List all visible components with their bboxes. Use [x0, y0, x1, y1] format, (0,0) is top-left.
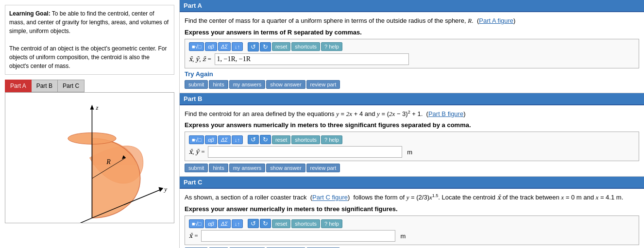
part-b-input-area: ■√□ αβ ΔΣ ↓↑ ↺ ↻ reset shortcuts ? help … — [185, 132, 639, 161]
part-a-arrow-btn[interactable]: ↓↑ — [232, 42, 243, 51]
part-c-delta-btn[interactable]: ΔΣ — [218, 219, 231, 228]
part-b-unit: m — [407, 149, 412, 156]
part-b-arrow-btn[interactable]: ↓↑ — [232, 135, 243, 144]
part-b-show-answer-btn[interactable]: show answer — [266, 164, 305, 172]
part-b-undo-btn[interactable]: ↺ — [248, 135, 259, 144]
part-a-header: Part A — [180, 0, 644, 12]
part-a-question: Find the center of mass for a quarter of… — [185, 16, 639, 26]
part-c-input-row: x̄ = m — [189, 230, 635, 242]
part-c-sqrt-btn[interactable]: ■√□ — [189, 219, 204, 228]
part-b-figure-link[interactable]: Part B figure — [428, 110, 463, 117]
part-a-answer-input[interactable] — [215, 53, 409, 65]
part-b-eq-label: x̄, ȳ = — [189, 148, 205, 156]
part-a-undo-btn[interactable]: ↺ — [248, 42, 259, 51]
part-c-header: Part C — [180, 177, 644, 189]
part-b-answer-input[interactable] — [208, 146, 402, 158]
left-panel: Learning Goal: To be able to find the ce… — [0, 0, 180, 248]
part-b-reset-btn[interactable]: reset — [272, 135, 290, 144]
part-b-submit-btn[interactable]: submit — [185, 164, 208, 172]
part-b-review-btn[interactable]: review part — [306, 164, 340, 172]
part-a-content: Find the center of mass for a quarter of… — [180, 12, 644, 93]
part-a-submit-btn[interactable]: submit — [185, 80, 208, 89]
sphere-diagram: z y x R — [5, 93, 174, 223]
part-c-eq-label: x̄ = — [189, 232, 198, 240]
part-a-section: Part A Find the center of mass for a qua… — [180, 0, 644, 93]
part-b-redo-btn[interactable]: ↻ — [260, 135, 271, 144]
learning-goal-text: Learning Goal: To be able to find the ce… — [9, 9, 170, 35]
part-b-question: Find the centroid for an area defined by… — [185, 109, 639, 119]
part-c-arrow-btn[interactable]: ↓↑ — [232, 219, 243, 228]
part-b-content: Find the centroid for an area defined by… — [180, 105, 644, 177]
part-b-delta-btn[interactable]: ΔΣ — [218, 135, 231, 144]
part-a-review-btn[interactable]: review part — [306, 80, 340, 89]
part-tabs: Part A Part B Part C — [5, 80, 174, 92]
part-a-hints-btn[interactable]: hints — [209, 80, 228, 89]
part-c-section: Part C As shown, a section of a roller c… — [180, 177, 644, 248]
part-c-express: Express your answer numerically in meter… — [185, 205, 639, 213]
part-a-help-btn[interactable]: ? help — [321, 42, 342, 51]
part-a-toolbar: ■√□ αβ ΔΣ ↓↑ ↺ ↻ reset shortcuts ? help — [189, 42, 635, 51]
part-b-section: Part B Find the centroid for an area def… — [180, 93, 644, 177]
part-b-input-row: x̄, ȳ = m — [189, 146, 635, 158]
part-c-answer-input[interactable] — [201, 230, 395, 242]
part-c-help-btn[interactable]: ? help — [321, 219, 342, 228]
part-c-undo-btn[interactable]: ↺ — [248, 219, 259, 228]
part-a-redo-btn[interactable]: ↻ — [260, 42, 271, 51]
svg-text:R: R — [106, 158, 111, 165]
part-b-hints-btn[interactable]: hints — [209, 164, 228, 172]
part-a-try-again[interactable]: Try Again — [185, 70, 639, 78]
part-a-reset-btn[interactable]: reset — [272, 42, 290, 51]
part-c-redo-btn[interactable]: ↻ — [260, 219, 271, 228]
part-c-shortcuts-btn[interactable]: shortcuts — [291, 219, 320, 228]
learning-goal-title: Learning Goal: — [9, 10, 51, 17]
part-b-my-answers-btn[interactable]: my answers — [229, 164, 266, 172]
learning-goal-description: The centroid of an object is the object'… — [9, 44, 170, 70]
part-a-input-area: ■√□ αβ ΔΣ ↓↑ ↺ ↻ reset shortcuts ? help … — [185, 39, 639, 68]
part-b-sqrt-btn[interactable]: ■√□ — [189, 135, 204, 144]
part-c-alpha-btn[interactable]: αβ — [205, 219, 217, 228]
svg-text:y: y — [163, 186, 167, 193]
part-c-reset-btn[interactable]: reset — [272, 219, 290, 228]
part-c-content: As shown, a section of a roller coaster … — [180, 189, 644, 248]
svg-text:z: z — [95, 104, 98, 111]
part-a-alpha-btn[interactable]: αβ — [205, 42, 217, 51]
part-c-question: As shown, a section of a roller coaster … — [185, 193, 639, 202]
part-a-var-r: R — [468, 17, 472, 24]
part-b-header: Part B — [180, 93, 644, 105]
tab-part-b[interactable]: Part B — [32, 80, 58, 92]
part-a-shortcuts-btn[interactable]: shortcuts — [291, 42, 320, 51]
part-a-input-row: x̄, ȳ, z̄ = — [189, 53, 635, 65]
part-a-delta-btn[interactable]: ΔΣ — [218, 42, 231, 51]
part-a-my-answers-btn[interactable]: my answers — [229, 80, 266, 89]
part-a-figure-link[interactable]: Part A figure — [479, 17, 513, 24]
part-b-help-btn[interactable]: ? help — [321, 135, 342, 144]
learning-goal-box: Learning Goal: To be able to find the ce… — [5, 5, 174, 75]
part-b-bottom-btns: submit hints my answers show answer revi… — [185, 164, 639, 172]
part-a-bottom-btns: submit hints my answers show answer revi… — [185, 80, 639, 89]
part-b-express: Express your answers numerically in mete… — [185, 121, 639, 129]
diagram-box: z y x R — [5, 92, 174, 223]
part-c-figure-link[interactable]: Part C figure — [312, 194, 348, 201]
part-a-eq-label: x̄, ȳ, z̄ = — [189, 55, 212, 63]
part-c-input-area: ■√□ αβ ΔΣ ↓↑ ↺ ↻ reset shortcuts ? help … — [185, 215, 639, 245]
part-c-unit: m — [400, 232, 406, 240]
part-a-show-answer-btn[interactable]: show answer — [266, 80, 305, 89]
tab-part-a[interactable]: Part A — [5, 80, 32, 92]
right-panel: Part A Find the center of mass for a qua… — [180, 0, 644, 248]
part-b-alpha-btn[interactable]: αβ — [205, 135, 217, 144]
part-c-toolbar: ■√□ αβ ΔΣ ↓↑ ↺ ↻ reset shortcuts ? help — [189, 219, 635, 228]
tab-part-c[interactable]: Part C — [58, 80, 85, 92]
part-a-sqrt-btn[interactable]: ■√□ — [189, 42, 204, 51]
part-b-shortcuts-btn[interactable]: shortcuts — [291, 135, 320, 144]
part-a-express: Express your answers in terms of R separ… — [185, 29, 639, 36]
part-b-toolbar: ■√□ αβ ΔΣ ↓↑ ↺ ↻ reset shortcuts ? help — [189, 135, 635, 144]
